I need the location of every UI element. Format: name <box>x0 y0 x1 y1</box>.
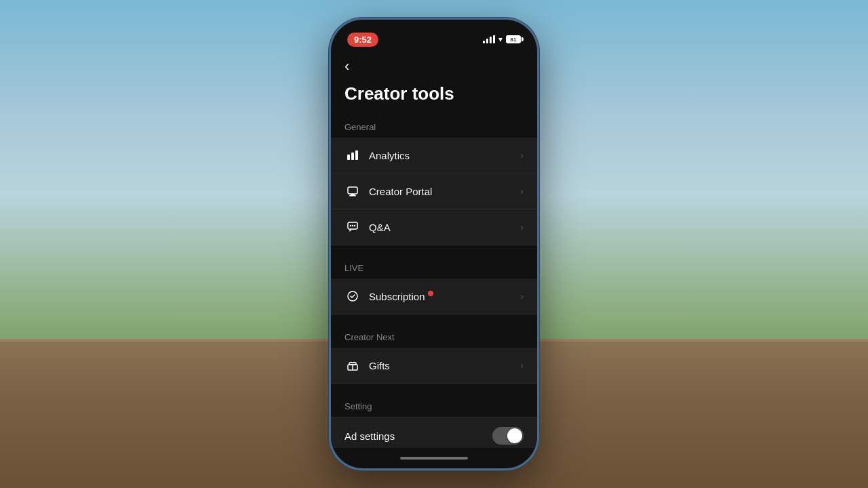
svg-point-9 <box>354 225 355 226</box>
status-icons: ▾ 81 <box>483 35 521 44</box>
svg-rect-0 <box>347 155 350 160</box>
svg-rect-12 <box>349 363 356 365</box>
svg-rect-3 <box>348 187 357 194</box>
back-arrow-icon: ‹ <box>344 58 349 75</box>
qna-icon <box>344 219 361 235</box>
creator-portal-icon <box>344 183 361 199</box>
toggle-knob <box>507 428 522 443</box>
subscription-label: Subscription <box>369 291 433 302</box>
ad-settings-toggle[interactable] <box>492 427 524 445</box>
creator-portal-chevron: › <box>520 186 524 197</box>
phone-body: 9:52 ▾ 81 ‹ <box>329 18 539 470</box>
section-label-creator-next: Creator Next <box>331 328 537 348</box>
analytics-icon <box>344 147 361 163</box>
svg-rect-2 <box>355 150 358 160</box>
ad-settings-row: Ad settings <box>344 427 524 445</box>
gifts-chevron: › <box>520 360 524 371</box>
gifts-icon <box>344 357 361 373</box>
signal-icon <box>483 35 495 43</box>
svg-rect-5 <box>349 195 356 197</box>
svg-point-7 <box>350 225 351 226</box>
phone-frame: 9:52 ▾ 81 ‹ <box>329 18 539 470</box>
subscription-chevron: › <box>520 291 524 302</box>
svg-point-8 <box>352 225 353 226</box>
menu-item-gifts[interactable]: Gifts › <box>331 348 537 384</box>
analytics-chevron: › <box>520 150 524 161</box>
status-bar: 9:52 ▾ 81 <box>331 20 537 52</box>
menu-item-qna[interactable]: Q&A › <box>331 209 537 245</box>
menu-item-subscription[interactable]: Subscription › <box>331 279 537 314</box>
back-button[interactable]: ‹ <box>331 52 537 81</box>
subscription-icon <box>344 288 361 304</box>
analytics-label: Analytics <box>369 150 410 161</box>
qna-chevron: › <box>520 222 524 232</box>
ad-settings-section: Ad settings With this setting on, you'll… <box>331 417 537 448</box>
content-area: ‹ Creator tools General <box>331 52 537 448</box>
home-indicator <box>331 448 537 468</box>
section-label-setting: Setting <box>331 397 537 417</box>
battery-icon: 81 <box>506 35 521 43</box>
section-label-general: General <box>331 118 537 138</box>
menu-item-analytics[interactable]: Analytics › <box>331 138 537 174</box>
gifts-label: Gifts <box>369 360 390 371</box>
creator-portal-label: Creator Portal <box>369 186 432 197</box>
divider-1 <box>331 245 537 259</box>
section-label-live: LIVE <box>331 259 537 279</box>
menu-item-creator-portal[interactable]: Creator Portal › <box>331 174 537 209</box>
ad-settings-label: Ad settings <box>344 430 395 442</box>
svg-rect-4 <box>351 194 355 195</box>
page-title: Creator tools <box>331 81 537 118</box>
phone-screen: 9:52 ▾ 81 ‹ <box>331 20 537 468</box>
divider-2 <box>331 314 537 328</box>
status-time: 9:52 <box>347 33 378 47</box>
qna-label: Q&A <box>369 222 391 233</box>
home-bar <box>400 457 468 460</box>
svg-rect-1 <box>351 152 354 160</box>
subscription-new-badge <box>428 291 433 296</box>
wifi-icon: ▾ <box>498 35 502 44</box>
divider-3 <box>331 384 537 397</box>
